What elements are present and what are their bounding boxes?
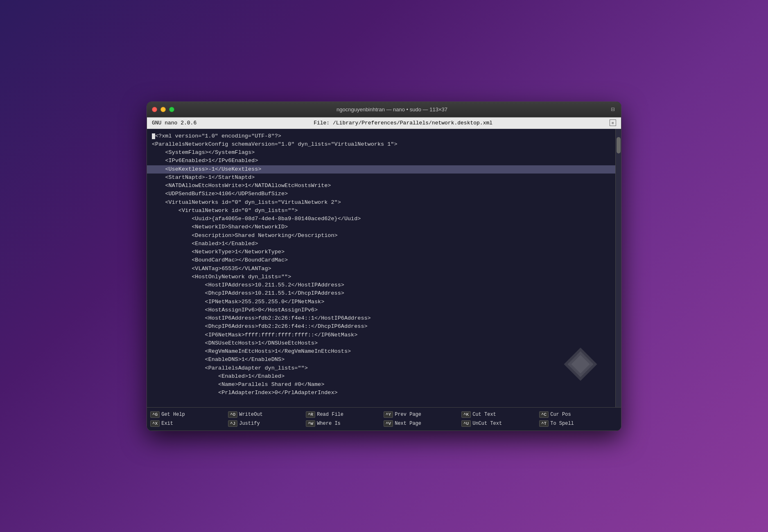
parallels-logo	[562, 346, 599, 383]
editor-line: <NATDAllowEtcHostsWrite>1</NATDAllowEtcH…	[152, 182, 610, 190]
shortcut-item: ^CCur Pos	[536, 411, 614, 418]
editor-line: <HostIPAddress>10.211.55.2</HostIPAddres…	[152, 281, 610, 289]
shortcut-item: ^JJustify	[225, 420, 303, 427]
editor-line: <HostIP6Address>fdb2:2c26:f4e4::1</HostI…	[152, 314, 610, 322]
shortcut-label: Read File	[317, 412, 343, 417]
editor-container[interactable]: <?xml version="1.0" encoding="UTF-8"?><P…	[147, 129, 621, 407]
editor-line: <Description>Shared Networking</Descript…	[152, 232, 610, 240]
shortcuts-row-2: ^XExit^JJustify^WWhere Is^VNext Page^UUn…	[147, 419, 621, 428]
editor-line: <VirtualNetworks id="0" dyn_lists="Virtu…	[152, 198, 610, 207]
shortcut-key: ^X	[150, 420, 160, 427]
title-bar: ngocnguyenbinhtran — nano • sudo — 113×3…	[147, 102, 621, 117]
shortcut-label: WriteOut	[239, 412, 263, 417]
editor-line: <DhcpIP6Address>fdb2:2c26:f4e4::</DhcpIP…	[152, 322, 610, 331]
shortcut-key: ^K	[461, 411, 471, 418]
editor-content[interactable]: <?xml version="1.0" encoding="UTF-8"?><P…	[147, 129, 615, 407]
editor-line: <?xml version="1.0" encoding="UTF-8"?>	[152, 132, 610, 140]
maximize-button[interactable]	[169, 107, 174, 112]
shortcuts-row-1: ^GGet Help^OWriteOut^RRead File^YPrev Pa…	[147, 410, 621, 419]
shortcut-label: UnCut Text	[472, 421, 502, 426]
shortcut-key: ^R	[306, 411, 315, 418]
shortcut-key: ^C	[539, 411, 549, 418]
shortcut-label: Next Page	[395, 421, 421, 426]
editor-line: <ParallelsAdapter dyn_lists="">	[152, 364, 610, 372]
shortcut-label: Get Help	[161, 412, 185, 417]
shortcut-item: ^GGet Help	[147, 411, 225, 418]
editor-line: <StartNaptd>-1</StartNaptd>	[152, 174, 610, 182]
shortcut-label: Exit	[161, 421, 173, 426]
shortcut-label: To Spell	[550, 421, 574, 426]
shortcut-label: Cur Pos	[550, 412, 571, 417]
shortcut-key: ^O	[228, 411, 237, 418]
shortcut-key: ^V	[384, 420, 393, 427]
editor-line: <NetworkType>1</NetworkType>	[152, 248, 610, 256]
terminal-window: ngocnguyenbinhtran — nano • sudo — 113×3…	[147, 101, 621, 431]
shortcut-key: ^J	[228, 420, 237, 427]
shortcut-label: Where Is	[317, 421, 341, 426]
editor-line: <DhcpIPAddress>10.211.55.1</DhcpIPAddres…	[152, 289, 610, 298]
shortcut-item: ^XExit	[147, 420, 225, 427]
shortcut-label: Cut Text	[472, 412, 496, 417]
status-bar: GNU nano 2.0.6 File: /Library/Preference…	[147, 117, 621, 129]
editor-line: <RegVmNameInEtcHosts>1</RegVmNameInEtcHo…	[152, 347, 610, 356]
editor-line: <NetworkID>Shared</NetworkID>	[152, 223, 610, 231]
editor-line: <VirtualNetwork id="0" dyn_lists="">	[152, 207, 610, 215]
shortcut-item: ^KCut Text	[458, 411, 536, 418]
editor-line: <HostOnlyNetwork dyn_lists="">	[152, 273, 610, 281]
shortcut-item: ^YPrev Page	[380, 411, 458, 418]
window-icon: ⊟	[610, 106, 616, 113]
editor-line: <HostAssignIPv6>0</HostAssignIPv6>	[152, 306, 610, 314]
editor-line: <IPv6Enabled>1</IPv6Enabled>	[152, 157, 610, 165]
shortcut-item: ^RRead File	[303, 411, 380, 418]
editor-line: <UDPSendBufSize>4106</UDPSendBufSize>	[152, 190, 610, 198]
shortcut-item: ^VNext Page	[380, 420, 458, 427]
file-info: File: /Library/Preferences/Parallels/net…	[314, 120, 492, 126]
editor-line: <Uuid>{afa4065e-08d7-4de4-8ba9-80140aced…	[152, 215, 610, 223]
editor-line: <VLANTag>65535</VLANTag>	[152, 265, 610, 273]
editor-line: <SystemFlags></SystemFlags>	[152, 149, 610, 157]
editor-line: <Name>Parallels Shared #0</Name>	[152, 381, 610, 389]
scrollbar-thumb[interactable]	[617, 137, 621, 153]
shortcut-label: Justify	[239, 421, 260, 426]
editor-line: <IP6NetMask>ffff:ffff:ffff:ffff::</IP6Ne…	[152, 331, 610, 339]
text-cursor	[152, 133, 155, 139]
bottom-bar: ^GGet Help^OWriteOut^RRead File^YPrev Pa…	[147, 407, 621, 431]
highlighted-line: <UseKextless>-1</UseKextless>	[147, 165, 615, 174]
shortcut-key: ^W	[306, 420, 315, 427]
traffic-lights	[152, 107, 174, 112]
shortcut-key: ^Y	[384, 411, 393, 418]
editor-line: <Enabled>1</Enabled>	[152, 240, 610, 248]
editor-line: <EnableDNS>1</EnableDNS>	[152, 356, 610, 364]
editor-line: <DNSUseEtcHosts>1</DNSUseEtcHosts>	[152, 339, 610, 347]
shortcut-key: ^T	[539, 420, 549, 427]
editor-lines: <?xml version="1.0" encoding="UTF-8"?><P…	[152, 132, 610, 397]
scroll-indicator: ≡	[610, 119, 616, 126]
shortcut-label: Prev Page	[395, 412, 421, 417]
editor-line: <Enabled>1</Enabled>	[152, 372, 610, 381]
shortcut-item: ^WWhere Is	[303, 420, 380, 427]
editor-line: <PrlAdapterIndex>0</PrlAdapterIndex>	[152, 389, 610, 397]
window-title: ngocnguyenbinhtran — nano • sudo — 113×3…	[174, 106, 610, 113]
shortcut-key: ^G	[150, 411, 160, 418]
shortcut-item: ^TTo Spell	[536, 420, 614, 427]
editor-line: <BoundCardMac></BoundCardMac>	[152, 256, 610, 264]
shortcut-item: ^UUnCut Text	[458, 420, 536, 427]
scrollbar[interactable]	[615, 129, 621, 407]
nano-version: GNU nano 2.0.6	[152, 120, 197, 126]
editor-line: <IPNetMask>255.255.255.0</IPNetMask>	[152, 298, 610, 306]
editor-line: <ParallelsNetworkConfig schemaVersion="1…	[152, 140, 610, 149]
shortcut-key: ^U	[461, 420, 471, 427]
close-button[interactable]	[152, 107, 157, 112]
shortcut-item: ^OWriteOut	[225, 411, 303, 418]
minimize-button[interactable]	[160, 107, 166, 112]
